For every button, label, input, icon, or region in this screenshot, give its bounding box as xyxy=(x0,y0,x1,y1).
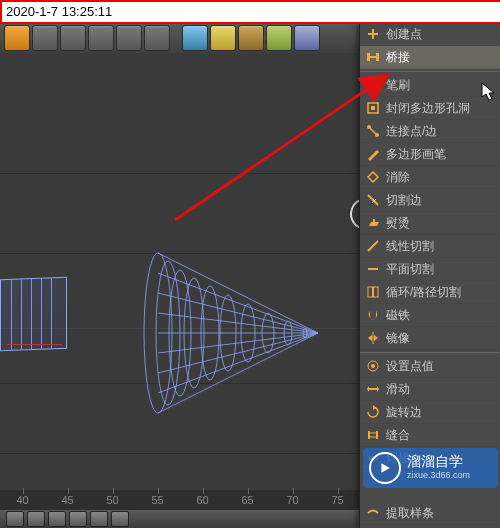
menu-item-label: 熨烫 xyxy=(386,215,410,232)
play-icon xyxy=(369,452,401,484)
dissolve-icon xyxy=(366,170,380,184)
menu-item-plane-cut[interactable]: 平面切割 xyxy=(360,258,500,281)
extract-icon xyxy=(366,506,380,520)
menu-item-slide[interactable]: 滑动 xyxy=(360,378,500,401)
toolbar-button[interactable] xyxy=(182,25,208,51)
timeline-tick: 60 xyxy=(180,494,225,506)
svg-point-36 xyxy=(371,364,375,368)
menu-item-mirror[interactable]: 镜像 xyxy=(360,327,500,350)
playback-button[interactable] xyxy=(90,511,108,527)
playback-button[interactable] xyxy=(69,511,87,527)
menu-item-label: 提取样条 xyxy=(386,505,434,522)
toolbar-button[interactable] xyxy=(294,25,320,51)
mirror-icon xyxy=(366,331,380,345)
menu-item-connect[interactable]: 连接点/边 xyxy=(360,120,500,143)
toolbar-button[interactable] xyxy=(4,25,30,51)
timestamp-banner: 2020-1-7 13:25:11 xyxy=(0,0,500,24)
menu-item-label: 平面切割 xyxy=(386,261,434,278)
toolbar-button[interactable] xyxy=(60,25,86,51)
svg-line-10 xyxy=(158,253,318,333)
svg-line-12 xyxy=(158,293,318,333)
menu-item-magnet[interactable]: 磁铁 xyxy=(360,304,500,327)
playback-button[interactable] xyxy=(48,511,66,527)
menu-item-brush[interactable]: 笔刷 xyxy=(360,74,500,97)
menu-item-label: 创建点 xyxy=(386,26,422,43)
svg-line-27 xyxy=(370,128,376,134)
toolbar-button[interactable] xyxy=(238,25,264,51)
menu-item-label: 线性切割 xyxy=(386,238,434,255)
menu-item-label: 连接点/边 xyxy=(386,123,437,140)
bridge-icon xyxy=(366,50,380,64)
timeline-tick: 50 xyxy=(90,494,135,506)
menu-item-close-hole[interactable]: 封闭多边形孔洞 xyxy=(360,97,500,120)
svg-line-17 xyxy=(158,333,318,393)
menu-item-plus[interactable]: 创建点 xyxy=(360,23,500,46)
timeline-tick: 45 xyxy=(45,494,90,506)
magnet-icon xyxy=(366,308,380,322)
bottom-playback-bar xyxy=(0,510,360,528)
svg-rect-21 xyxy=(376,53,379,61)
line-cut-icon xyxy=(366,239,380,253)
menu-item-label: 消除 xyxy=(386,169,410,186)
timestamp-text: 2020-1-7 13:25:11 xyxy=(6,4,112,19)
menu-item-label: 笔刷 xyxy=(386,77,410,94)
menu-item-polypen[interactable]: 多边形画笔 xyxy=(360,143,500,166)
menu-item-iron[interactable]: 熨烫 xyxy=(360,212,500,235)
menu-item-label: 封闭多边形孔洞 xyxy=(386,100,470,117)
stitch-icon xyxy=(366,428,380,442)
menu-item-stitch[interactable]: 缝合 xyxy=(360,424,500,447)
logo-brand: 溜溜自学 xyxy=(407,454,470,468)
box-wireframe-object[interactable] xyxy=(0,277,67,351)
menu-item-spin[interactable]: 旋转边 xyxy=(360,401,500,424)
timeline-tick: 40 xyxy=(0,494,45,506)
timeline-tick: 55 xyxy=(135,494,180,506)
toolbar-button[interactable] xyxy=(210,25,236,51)
menu-item-extract[interactable]: 提取样条 xyxy=(360,502,500,525)
x-axis-indicator xyxy=(7,344,62,345)
viewport-3d[interactable] xyxy=(0,53,360,528)
menu-item-loop-cut[interactable]: 循环/路径切割 xyxy=(360,281,500,304)
menu-item-edge-cut[interactable]: 切割边 xyxy=(360,189,500,212)
timeline-ruler[interactable]: 40 45 50 55 60 65 70 75 xyxy=(0,490,360,510)
toolbar-button[interactable] xyxy=(88,25,114,51)
playback-button[interactable] xyxy=(6,511,24,527)
polypen-icon xyxy=(366,147,380,161)
svg-line-18 xyxy=(158,333,318,413)
playback-button[interactable] xyxy=(111,511,129,527)
menu-item-label: 缝合 xyxy=(386,427,410,444)
loop-cut-icon xyxy=(366,285,380,299)
set-point-icon xyxy=(366,359,380,373)
toolbar-button[interactable] xyxy=(266,25,292,51)
timeline-tick: 75 xyxy=(315,494,360,506)
toolbar-button[interactable] xyxy=(144,25,170,51)
menu-item-set-point[interactable]: 设置点值 xyxy=(360,355,500,378)
toolbar-button[interactable] xyxy=(32,25,58,51)
logo-url: zixue.3d66.com xyxy=(407,468,470,482)
menu-item-label: 循环/路径切割 xyxy=(386,284,461,301)
menu-item-label: 旋转边 xyxy=(386,404,422,421)
watermark-logo: 溜溜自学 zixue.3d66.com xyxy=(363,448,498,488)
menu-item-label: 桥接 xyxy=(386,49,410,66)
top-toolbar xyxy=(0,23,364,54)
menu-item-label: 切割边 xyxy=(386,192,422,209)
toolbar-button[interactable] xyxy=(116,25,142,51)
playback-button[interactable] xyxy=(27,511,45,527)
svg-line-11 xyxy=(158,273,318,333)
menu-item-bridge[interactable]: 桥接 xyxy=(360,46,500,69)
menu-item-dissolve[interactable]: 消除 xyxy=(360,166,500,189)
svg-rect-30 xyxy=(373,219,375,222)
menu-item-line-cut[interactable]: 线性切割 xyxy=(360,235,500,258)
timeline-tick: 70 xyxy=(270,494,315,506)
svg-rect-38 xyxy=(368,388,378,390)
svg-line-13 xyxy=(158,313,318,333)
cone-wireframe-object[interactable] xyxy=(140,248,325,418)
menu-item-label: 多边形画笔 xyxy=(386,146,446,163)
slide-icon xyxy=(366,382,380,396)
svg-rect-24 xyxy=(371,106,375,110)
timeline-tick: 65 xyxy=(225,494,270,506)
iron-icon xyxy=(366,216,380,230)
menu-item-label: 设置点值 xyxy=(386,358,434,375)
svg-line-31 xyxy=(368,241,378,251)
spin-icon xyxy=(366,405,380,419)
plus-icon xyxy=(366,27,380,41)
